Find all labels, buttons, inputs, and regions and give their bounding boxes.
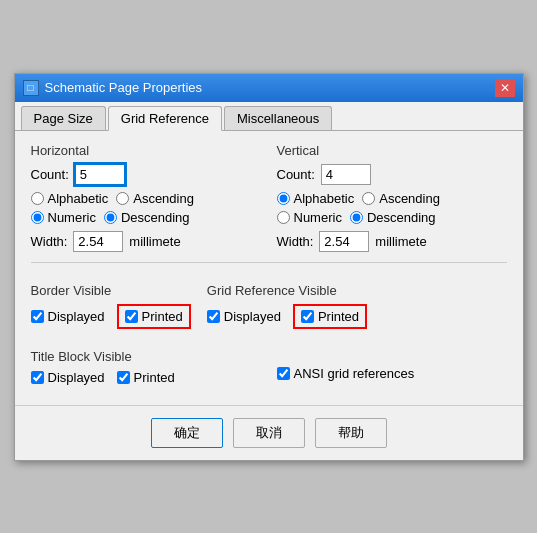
horizontal-title: Horizontal <box>31 143 261 158</box>
horizontal-ascending-radio[interactable] <box>116 192 129 205</box>
horizontal-width-input[interactable] <box>73 231 123 252</box>
title-block-printed-label[interactable]: Printed <box>117 370 175 385</box>
border-printed-highlighted[interactable]: Printed <box>117 304 191 329</box>
border-visible-checkboxes: Displayed Printed <box>31 304 191 329</box>
grid-ref-visible-section: Grid Reference Visible Displayed Printed <box>207 283 367 329</box>
horizontal-radio-row-1: Alphabetic Ascending <box>31 191 261 206</box>
horizontal-radio-row-2: Numeric Descending <box>31 210 261 225</box>
vertical-count-label: Count: <box>277 167 315 182</box>
horizontal-count-label: Count: <box>31 167 69 182</box>
vertical-section: Vertical Count: Alphabetic Ascending <box>277 143 507 252</box>
vertical-numeric-radio[interactable] <box>277 211 290 224</box>
title-block-title: Title Block Visible <box>31 349 261 364</box>
grid-ref-visible-checkboxes: Displayed Printed <box>207 304 367 329</box>
tab-page-size[interactable]: Page Size <box>21 106 106 130</box>
window-title: Schematic Page Properties <box>45 80 203 95</box>
grid-ref-visible-title: Grid Reference Visible <box>207 283 367 298</box>
ansi-label[interactable]: ANSI grid references <box>277 366 415 381</box>
window-icon: □ <box>23 80 39 96</box>
tab-grid-reference[interactable]: Grid Reference <box>108 106 222 131</box>
title-block-displayed-label[interactable]: Displayed <box>31 370 105 385</box>
horizontal-count-row: Count: <box>31 164 261 185</box>
middle-sections: Border Visible Displayed Printed Grid Re… <box>31 273 507 329</box>
vertical-width-input[interactable] <box>319 231 369 252</box>
horizontal-descending-label[interactable]: Descending <box>104 210 190 225</box>
bottom-sections: Title Block Visible Displayed Printed <box>31 339 507 385</box>
vertical-width-label: Width: <box>277 234 314 249</box>
vertical-width-unit: millimete <box>375 234 426 249</box>
horizontal-alphabetic-radio[interactable] <box>31 192 44 205</box>
vertical-width-row: Width: millimete <box>277 231 507 252</box>
main-window: □ Schematic Page Properties ✕ Page Size … <box>14 73 524 461</box>
vertical-count-input[interactable] <box>321 164 371 185</box>
tab-miscellaneous[interactable]: Miscellaneous <box>224 106 332 130</box>
horizontal-section: Horizontal Count: Alphabetic Ascending <box>31 143 261 252</box>
vertical-descending-label[interactable]: Descending <box>350 210 436 225</box>
horizontal-numeric-label[interactable]: Numeric <box>31 210 96 225</box>
border-visible-section: Border Visible Displayed Printed <box>31 283 191 329</box>
tab-content: Horizontal Count: Alphabetic Ascending <box>15 131 523 397</box>
vertical-ascending-radio[interactable] <box>362 192 375 205</box>
horizontal-ascending-label[interactable]: Ascending <box>116 191 194 206</box>
help-button[interactable]: 帮助 <box>315 418 387 448</box>
horizontal-width-label: Width: <box>31 234 68 249</box>
title-block-section: Title Block Visible Displayed Printed <box>31 349 261 385</box>
title-block-checkboxes: Displayed Printed <box>31 370 261 385</box>
vertical-alphabetic-radio[interactable] <box>277 192 290 205</box>
tab-bar: Page Size Grid Reference Miscellaneous <box>15 102 523 131</box>
grid-ref-printed-highlighted[interactable]: Printed <box>293 304 367 329</box>
vertical-alphabetic-label[interactable]: Alphabetic <box>277 191 355 206</box>
horizontal-count-input[interactable] <box>75 164 125 185</box>
horizontal-width-row: Width: millimete <box>31 231 261 252</box>
grid-ref-displayed-checkbox[interactable] <box>207 310 220 323</box>
title-bar: □ Schematic Page Properties ✕ <box>15 74 523 102</box>
horizontal-descending-radio[interactable] <box>104 211 117 224</box>
horizontal-numeric-radio[interactable] <box>31 211 44 224</box>
top-sections: Horizontal Count: Alphabetic Ascending <box>31 143 507 252</box>
vertical-title: Vertical <box>277 143 507 158</box>
vertical-ascending-label[interactable]: Ascending <box>362 191 440 206</box>
title-block-displayed-checkbox[interactable] <box>31 371 44 384</box>
title-block-printed-checkbox[interactable] <box>117 371 130 384</box>
divider-1 <box>31 262 507 263</box>
border-visible-title: Border Visible <box>31 283 191 298</box>
cancel-button[interactable]: 取消 <box>233 418 305 448</box>
vertical-count-row: Count: <box>277 164 507 185</box>
border-displayed-label[interactable]: Displayed <box>31 309 105 324</box>
border-displayed-checkbox[interactable] <box>31 310 44 323</box>
vertical-radio-row-2: Numeric Descending <box>277 210 507 225</box>
ansi-checkbox[interactable] <box>277 367 290 380</box>
vertical-descending-radio[interactable] <box>350 211 363 224</box>
vertical-radio-row-1: Alphabetic Ascending <box>277 191 507 206</box>
vertical-numeric-label[interactable]: Numeric <box>277 210 342 225</box>
grid-ref-displayed-label[interactable]: Displayed <box>207 309 281 324</box>
footer: 确定 取消 帮助 <box>15 405 523 460</box>
horizontal-alphabetic-label[interactable]: Alphabetic <box>31 191 109 206</box>
horizontal-width-unit: millimete <box>129 234 180 249</box>
close-button[interactable]: ✕ <box>495 79 515 97</box>
border-printed-checkbox[interactable] <box>125 310 138 323</box>
grid-ref-printed-checkbox[interactable] <box>301 310 314 323</box>
confirm-button[interactable]: 确定 <box>151 418 223 448</box>
ansi-section: ANSI grid references <box>277 349 507 385</box>
title-bar-left: □ Schematic Page Properties <box>23 80 203 96</box>
